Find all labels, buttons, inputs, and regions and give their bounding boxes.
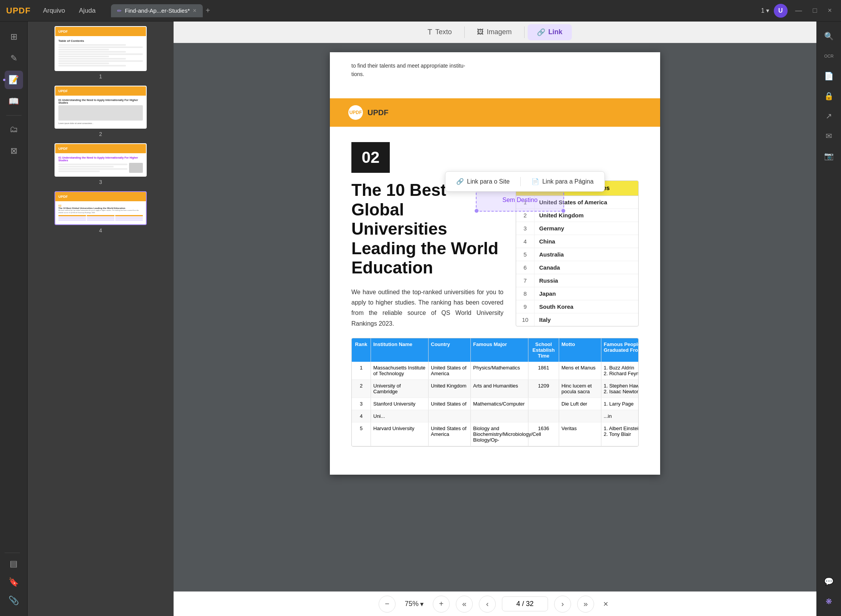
toc-line xyxy=(58,46,143,48)
organize-icon[interactable]: 🗂 xyxy=(5,120,23,139)
thumb-4-text: We have outlined the top ranked universi… xyxy=(58,209,143,214)
right-panel: 🔍 OCR 📄 🔒 ↗ ✉ 📷 💬 ❋ xyxy=(816,22,841,616)
thumbnail-page-4[interactable]: UPDF 02 The 10 Best Global Universities … xyxy=(32,191,169,233)
thumb-num-1: 1 xyxy=(99,73,102,79)
paperclip-icon[interactable]: 📎 xyxy=(5,591,23,610)
mail-icon[interactable]: ✉ xyxy=(821,128,838,144)
app-logo-icon[interactable]: ❋ xyxy=(821,593,838,610)
handle-bl xyxy=(475,209,478,213)
new-tab-btn[interactable]: + xyxy=(206,6,210,15)
thumbnail-panel: UPDF Table of Contents 1 xyxy=(28,22,174,616)
rank-country: Italy xyxy=(535,313,638,326)
pages-icon[interactable]: ⊞ xyxy=(5,28,23,46)
toolbar-sep-1 xyxy=(464,26,465,38)
pdf-convert-icon[interactable]: 📄 xyxy=(821,68,838,84)
search-icon[interactable]: 🔍 xyxy=(821,28,838,45)
page-input[interactable] xyxy=(502,596,548,611)
thumb-1-body: Table of Contents xyxy=(55,36,146,70)
sidebar-divider-2 xyxy=(5,553,20,553)
handle-br xyxy=(561,209,565,213)
toc-line xyxy=(58,164,127,165)
thumb-2-logo: UPDF xyxy=(58,89,68,93)
maximize-btn[interactable]: □ xyxy=(810,5,820,16)
nav-next-btn[interactable]: › xyxy=(554,596,571,613)
link-dest-box[interactable]: Sem Destino xyxy=(476,189,564,212)
zoom-value: 75% xyxy=(405,600,419,608)
link-to-site-btn[interactable]: 🔗 Link para o Site xyxy=(453,176,513,187)
cell-motto xyxy=(559,410,601,422)
nav-close-btn[interactable]: × xyxy=(600,596,611,612)
thumb-2-body: 01 Understanding the Need to Apply Inter… xyxy=(55,96,146,128)
ocr-icon[interactable]: OCR xyxy=(821,48,838,65)
cell-major: Physics/Mathematics xyxy=(471,362,528,379)
thumb-card-4[interactable]: UPDF 02 The 10 Best Global Universities … xyxy=(55,191,147,225)
thumb-1-logo: UPDF xyxy=(58,30,68,33)
active-tab[interactable]: ✏ Find-and-Ap...er-Studies* × xyxy=(111,4,203,17)
section-body-text: We have outlined the top-ranked universi… xyxy=(351,287,503,329)
camera-icon[interactable]: 📷 xyxy=(821,147,838,164)
link-toolbar-overlay[interactable]: 🔗 Link para o Site 📄 Link para a Página xyxy=(445,171,605,192)
rank-num: 6 xyxy=(516,261,535,274)
user-avatar[interactable]: U xyxy=(774,4,788,18)
thumb-1-title: Table of Contents xyxy=(58,39,143,43)
thumb-4-num: 02 xyxy=(58,204,143,207)
link-site-icon: 🔗 xyxy=(456,178,464,185)
share-icon[interactable]: ↗ xyxy=(821,108,838,124)
rank-country: Russia xyxy=(535,274,638,287)
rank-num: 3 xyxy=(516,222,535,235)
thumbnail-page-3[interactable]: UPDF 01 Understanding the Need to Apply … xyxy=(32,143,169,185)
app-logo: UPDF xyxy=(6,6,31,16)
rank-country: Japan xyxy=(535,287,638,300)
rank-num: 7 xyxy=(516,274,535,287)
cell-famous: 1. Albert Einstein 2. Tony Blair xyxy=(601,422,639,446)
toolbar-imagem-btn[interactable]: 🖼 Imagem xyxy=(468,24,521,40)
nav-prev-btn[interactable]: ‹ xyxy=(479,596,496,613)
tab-close-btn[interactable]: × xyxy=(193,7,196,14)
cell-major: Arts and Humanities xyxy=(471,380,528,397)
tab-pdf-icon: ✏ xyxy=(117,8,122,14)
toolbar-texto-btn[interactable]: T Texto xyxy=(418,24,461,40)
cell-year xyxy=(528,410,559,422)
toc-line xyxy=(58,49,109,50)
thumb-3-body: 01 Understanding the Need to Apply Inter… xyxy=(55,153,146,176)
page-indicator[interactable]: 1 ▾ xyxy=(761,7,769,14)
nav-last-btn[interactable]: » xyxy=(577,596,594,613)
minimize-btn[interactable]: — xyxy=(792,5,805,16)
tab-label: Find-and-Ap...er-Studies* xyxy=(125,7,190,14)
toc-line xyxy=(58,166,114,167)
lock-icon[interactable]: 🔒 xyxy=(821,88,838,104)
toc-line xyxy=(58,56,109,57)
thumbnail-page-1[interactable]: UPDF Table of Contents 1 xyxy=(32,26,169,79)
menu-arquivo[interactable]: Arquivo xyxy=(38,5,70,17)
layers-icon[interactable]: ⊠ xyxy=(5,142,23,160)
read-icon[interactable]: 📖 xyxy=(5,92,23,111)
thumb-card-2[interactable]: UPDF 01 Understanding the Need to Apply … xyxy=(55,86,147,129)
col-year: School Establish Time xyxy=(528,338,559,362)
zoom-out-btn[interactable]: − xyxy=(379,596,396,613)
toc-line xyxy=(58,168,127,170)
edit-icon[interactable]: ✎ xyxy=(5,49,23,68)
col-famous: Famous People Who Graduated From It xyxy=(601,338,639,362)
toc-line xyxy=(58,53,143,55)
annotate-icon[interactable]: 📝 xyxy=(5,71,23,89)
close-btn[interactable]: × xyxy=(824,5,835,16)
toc-line xyxy=(58,51,126,53)
pdf-page: to find their talents and meet appropria… xyxy=(330,52,660,475)
bookmark-icon[interactable]: 🔖 xyxy=(5,573,23,591)
thumb-card-3[interactable]: UPDF 01 Understanding the Need to Apply … xyxy=(55,143,147,177)
nav-first-btn[interactable]: « xyxy=(456,596,473,613)
ranked-row: 6 Canada xyxy=(516,261,638,274)
zoom-in-btn[interactable]: + xyxy=(433,596,450,613)
zoom-dropdown-icon[interactable]: ▾ xyxy=(420,600,424,608)
chat-icon[interactable]: 💬 xyxy=(821,573,838,590)
thumbnail-page-2[interactable]: UPDF 01 Understanding the Need to Apply … xyxy=(32,86,169,137)
table-row: 3 Stanford University United States of M… xyxy=(352,398,638,410)
toolbar-link-btn[interactable]: 🔗 Link xyxy=(528,24,572,40)
menu-ajuda[interactable]: Ajuda xyxy=(74,5,100,17)
cell-inst: Uni... xyxy=(371,410,429,422)
stack-icon[interactable]: ▤ xyxy=(5,555,23,573)
cell-country: United Kingdom xyxy=(429,380,471,397)
link-to-page-btn[interactable]: 📄 Link para a Página xyxy=(528,176,596,187)
cell-inst: Massachusetts Institute of Technology xyxy=(371,362,429,379)
thumb-card-1[interactable]: UPDF Table of Contents xyxy=(55,26,147,71)
